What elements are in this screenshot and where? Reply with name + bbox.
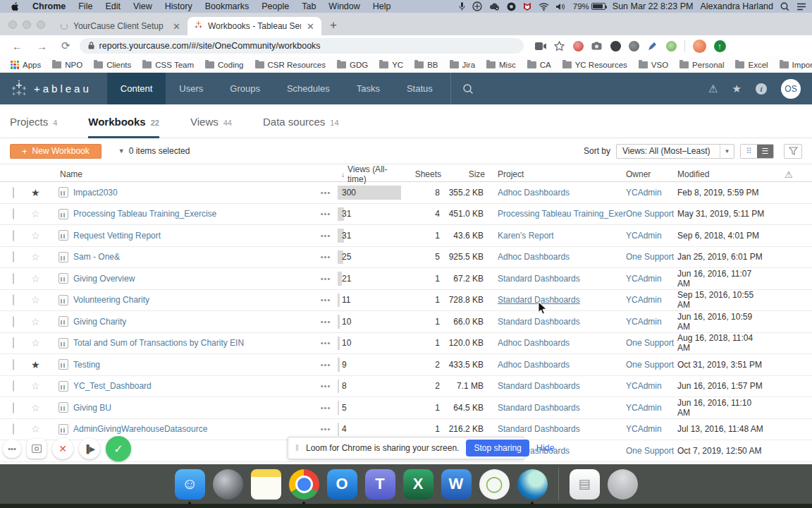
row-actions-menu[interactable]: ••• [314, 339, 338, 347]
owner-link[interactable]: One Support [626, 252, 674, 262]
owner-link[interactable]: YCAdmin [626, 424, 662, 434]
favorite-star-icon[interactable] [31, 402, 52, 413]
workbook-name-link[interactable]: Request Vetting Report [73, 231, 161, 241]
sort-select[interactable]: Views: All (Most–Least) ▼ [616, 144, 734, 159]
new-tab-button[interactable]: + [321, 18, 347, 35]
favorite-star-icon[interactable] [31, 337, 52, 349]
info-icon[interactable]: i [756, 83, 767, 95]
microphone-icon[interactable] [459, 2, 465, 11]
menu-item[interactable]: File [72, 1, 99, 11]
row-checkbox[interactable] [13, 187, 14, 198]
extension-badge-icon[interactable] [629, 41, 639, 52]
dock-app-icon[interactable] [517, 469, 548, 500]
favorite-star-icon[interactable] [31, 187, 52, 198]
dock-app-icon[interactable] [558, 468, 559, 500]
column-header-project[interactable]: Project [485, 169, 626, 179]
nav-item[interactable]: Tasks [343, 73, 393, 104]
menu-item[interactable]: Edit [99, 1, 127, 11]
hide-link[interactable]: Hide [536, 443, 555, 453]
filter-button[interactable] [784, 144, 802, 159]
dock-app-icon[interactable]: X [403, 469, 433, 500]
grid-view-button[interactable]: ⠿ [741, 145, 757, 158]
favorite-star-icon[interactable] [31, 294, 52, 306]
workbook-name-link[interactable]: AdminGivingWarehouseDatasource [73, 424, 207, 434]
favorite-star-icon[interactable] [31, 359, 52, 370]
bookmark-item[interactable]: GDG [332, 61, 373, 69]
row-checkbox[interactable] [13, 230, 14, 241]
content-tab[interactable]: Projects 4 [10, 116, 57, 138]
bookmark-item[interactable]: YC Resources [558, 61, 632, 69]
bookmark-item[interactable]: CA [522, 61, 556, 69]
loom-camera-button[interactable] [27, 439, 47, 459]
row-actions-menu[interactable]: ••• [314, 425, 338, 433]
workbook-name-link[interactable]: Impact2030 [73, 188, 118, 198]
nav-item[interactable]: Status [393, 73, 446, 104]
row-actions-menu[interactable]: ••• [314, 231, 338, 240]
zoom-window-button[interactable] [37, 20, 45, 29]
loom-icon[interactable] [507, 2, 516, 11]
workbook-name-link[interactable]: Total and Sum of Transactions by Charity… [73, 338, 244, 348]
column-header-name[interactable]: Name [52, 169, 314, 179]
workbook-name-link[interactable]: Giving Charity [73, 317, 126, 327]
alerts-warning-icon[interactable]: ⚠ [708, 83, 718, 95]
owner-link[interactable]: YCAdmin [626, 381, 662, 391]
column-header-sheets[interactable]: Sheets [402, 169, 441, 179]
favorite-star-icon[interactable] [31, 273, 52, 284]
owner-link[interactable]: One Support [626, 209, 674, 219]
project-link[interactable]: Adhoc Dashboards [498, 360, 570, 370]
menu-item[interactable]: People [255, 1, 295, 11]
bookmark-item[interactable]: NPO [47, 61, 87, 69]
favorite-star-icon[interactable] [31, 380, 52, 392]
bookmark-item[interactable]: Imported [775, 61, 812, 69]
bookmark-item[interactable]: YC [374, 61, 408, 69]
dock-app-icon[interactable] [289, 469, 319, 500]
project-link[interactable]: Adhoc Dashboards [498, 188, 570, 198]
bookmark-item[interactable]: Coding [200, 61, 248, 69]
volume-icon[interactable] [556, 3, 566, 11]
column-header-warning-icon[interactable]: ⚠ [765, 169, 812, 180]
dock-app-icon[interactable]: ▤ [570, 469, 600, 500]
row-actions-menu[interactable]: ••• [314, 210, 338, 218]
notification-center-icon[interactable] [796, 3, 806, 11]
owner-link[interactable]: One Support [626, 446, 674, 456]
user-avatar[interactable]: OS [781, 79, 801, 99]
browser-tab[interactable]: Workbooks - Tableau Server ✕ [187, 17, 321, 35]
row-actions-menu[interactable]: ••• [314, 274, 338, 283]
favorites-star-icon[interactable]: ★ [732, 83, 742, 95]
chrome-update-icon[interactable]: ↑ [714, 40, 726, 52]
column-header-modified[interactable]: Modified [677, 169, 765, 179]
owner-link[interactable]: One Support [626, 338, 674, 348]
favorite-star-icon[interactable] [31, 423, 52, 435]
owner-link[interactable]: YCAdmin [626, 188, 662, 198]
menu-item[interactable]: Bookmarks [199, 1, 256, 11]
mcafee-shield-icon[interactable] [523, 2, 531, 11]
stop-sharing-button[interactable]: Stop sharing [466, 440, 529, 456]
spotlight-search-icon[interactable] [780, 2, 789, 11]
dock-app-icon[interactable] [251, 469, 281, 500]
owner-link[interactable]: YCAdmin [626, 274, 662, 284]
bookmark-star-icon[interactable] [554, 40, 565, 52]
content-tab[interactable]: Workbooks 22 [88, 116, 159, 138]
dock-app-icon[interactable]: ◯ [479, 469, 510, 500]
column-header-views[interactable]: ↓ Views (All-time) [338, 164, 402, 184]
menu-item[interactable]: Chrome [26, 1, 72, 11]
column-header-owner[interactable]: Owner [626, 169, 677, 179]
wifi-icon[interactable] [539, 3, 549, 11]
owner-link[interactable]: One Support [626, 360, 674, 370]
selection-dropdown[interactable]: ▼ 0 items selected [118, 146, 190, 156]
loom-resume-button[interactable]: ▐▶ [79, 438, 100, 459]
menu-user-name[interactable]: Alexandra Harland [700, 1, 773, 11]
dock-app-icon[interactable]: T [365, 469, 395, 500]
project-link[interactable]: Adhoc Dashboards [498, 252, 570, 262]
workbook-name-link[interactable]: Processing Tableau Training_Exercise [73, 209, 216, 219]
close-tab-icon[interactable]: ✕ [307, 21, 314, 32]
menu-item[interactable]: View [127, 1, 159, 11]
bookmark-item[interactable]: Jira [445, 61, 481, 69]
row-actions-menu[interactable]: ••• [314, 382, 338, 390]
extension-loom-icon[interactable] [610, 41, 621, 52]
bookmark-item[interactable]: BB [410, 61, 443, 69]
favorite-star-icon[interactable] [31, 316, 52, 327]
lock-icon[interactable] [88, 42, 94, 51]
nav-search-icon[interactable] [450, 73, 485, 104]
favorite-star-icon[interactable] [31, 251, 52, 262]
